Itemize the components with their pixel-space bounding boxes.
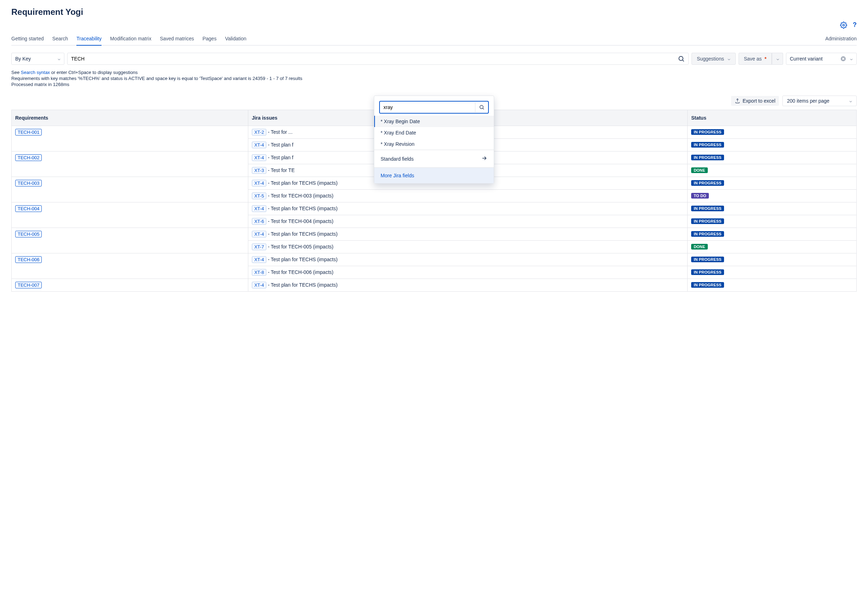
jira-issue-link[interactable]: XT-8 [252,269,266,276]
status-badge: IN PROGRESS [691,218,724,224]
search-icon[interactable] [475,102,488,112]
requirement-cell: TECH-003 [12,177,248,203]
jira-issue-text: - Test for TECH-005 (impacts) [266,244,333,250]
processed-time: Processed matrix in 1268ms [11,82,857,87]
requirement-link[interactable]: TECH-006 [15,256,42,263]
gear-icon[interactable] [840,22,847,29]
jira-issue-link[interactable]: XT-4 [252,231,266,238]
tab-search[interactable]: Search [52,33,68,46]
status-badge: IN PROGRESS [691,155,724,160]
jira-issue-text: - Test plan for TECHS (impacts) [266,206,337,211]
requirement-link[interactable]: TECH-004 [15,205,42,212]
chevron-down-icon [727,57,731,61]
info-text: See Search syntax or enter Ctrl+Space to… [11,70,857,87]
jira-issue-text: - Test plan for TECHS (impacts) [266,180,337,186]
variant-select[interactable]: Current variant [786,53,857,65]
jira-issue-text: - Test for TECH-006 (impacts) [266,269,333,275]
clear-variant-icon[interactable] [841,56,846,61]
administration-link[interactable]: Administration [825,33,857,45]
requirement-link[interactable]: TECH-002 [15,154,42,161]
popover-filter-input[interactable] [380,102,475,113]
jira-issue-link[interactable]: XT-4 [252,256,266,263]
svg-point-0 [843,24,844,26]
help-icon[interactable]: ? [853,21,857,29]
jira-issue-link[interactable]: XT-4 [252,154,266,161]
tab-traceability[interactable]: Traceability [77,33,102,46]
svg-point-1 [679,56,683,61]
table-row: TECH-007XT-4 - Test plan for TECHS (impa… [12,279,857,291]
jira-issue-link[interactable]: XT-4 [252,205,266,212]
jira-issue-link[interactable]: XT-3 [252,167,266,174]
jira-issue-link[interactable]: XT-7 [252,244,266,250]
table-row: TECH-005XT-4 - Test plan for TECHS (impa… [12,228,857,241]
jira-issue-link[interactable]: XT-6 [252,218,266,225]
jira-issue-link[interactable]: XT-4 [252,282,266,288]
jira-issue-link[interactable]: XT-4 [252,180,266,186]
status-badge: DONE [691,167,708,173]
status-badge: TO DO [691,193,709,198]
jira-issue-text: - Test plan f [266,142,293,148]
jira-issue-link[interactable]: XT-5 [252,192,266,199]
status-cell: DONE [688,241,857,253]
chevron-down-icon [849,99,852,103]
status-badge: IN PROGRESS [691,257,724,262]
status-cell: IN PROGRESS [688,215,857,228]
requirement-link[interactable]: TECH-007 [15,282,42,288]
column-header: Requirements [12,110,248,126]
requirement-link[interactable]: TECH-005 [15,231,42,238]
status-cell: IN PROGRESS [688,177,857,190]
requirement-cell: TECH-002 [12,151,248,177]
suggestions-button[interactable]: Suggestions [691,53,736,65]
svg-point-3 [480,105,483,109]
tab-validation[interactable]: Validation [225,33,246,46]
page-size-select[interactable]: 200 items per page [782,96,857,106]
chevron-down-icon [57,57,61,61]
save-as-dropdown[interactable] [772,53,783,65]
status-cell: TO DO [688,190,857,203]
jira-issue-text: - Test for TE [266,167,295,173]
tab-bar: Getting startedSearchTraceabilityModific… [11,33,247,45]
status-cell: IN PROGRESS [688,279,857,291]
tab-saved-matrices[interactable]: Saved matrices [160,33,194,46]
search-icon[interactable] [678,55,685,62]
popover-item[interactable]: * Xray Begin Date [374,116,494,127]
jira-issue-text: - Test for TECH-004 (impacts) [266,218,333,224]
tab-pages[interactable]: Pages [202,33,217,46]
search-mode-select[interactable]: By Key [11,53,64,65]
export-icon [735,98,740,104]
requirement-cell: TECH-005 [12,228,248,253]
query-summary: Requirements with key matches '%TECH%' a… [11,76,857,81]
jira-issue-link[interactable]: XT-2 [252,129,266,136]
jira-issue-text: - Test plan for TECHS (impacts) [266,282,337,288]
popover-more-jira-fields[interactable]: More Jira fields [374,168,494,183]
tab-modification-matrix[interactable]: Modification matrix [110,33,151,46]
status-cell: IN PROGRESS [688,126,857,139]
export-excel-button[interactable]: Export to excel [731,96,779,106]
jira-issue-text: - Test plan for TECHS (impacts) [266,257,337,262]
status-cell: IN PROGRESS [688,266,857,279]
popover-item[interactable]: * Xray End Date [374,127,494,138]
requirement-cell: TECH-007 [12,279,248,291]
jira-issue-cell: XT-8 - Test for TECH-006 (impacts) [248,266,687,279]
save-as-button[interactable]: Save as* [738,53,772,65]
column-fields-popover: * Xray Begin Date* Xray End Date* Xray R… [374,96,494,184]
jira-issue-cell: XT-4 - Test plan for TECHS (impacts) [248,203,687,215]
jira-issue-cell: XT-4 - Test plan for TECHS (impacts) [248,279,687,291]
table-row: TECH-006XT-4 - Test plan for TECHS (impa… [12,253,857,266]
search-syntax-link[interactable]: Search syntax [21,70,50,75]
status-badge: IN PROGRESS [691,269,724,275]
jira-issue-link[interactable]: XT-4 [252,142,266,148]
status-badge: IN PROGRESS [691,129,724,135]
svg-line-4 [483,108,484,109]
popover-standard-fields[interactable]: Standard fields [374,150,494,168]
search-input[interactable] [71,53,678,64]
chevron-down-icon [849,57,853,61]
svg-line-2 [683,60,684,62]
requirement-link[interactable]: TECH-001 [15,129,42,136]
jira-issue-cell: XT-7 - Test for TECH-005 (impacts) [248,241,687,253]
requirement-link[interactable]: TECH-003 [15,180,42,186]
tab-getting-started[interactable]: Getting started [11,33,44,46]
status-cell: IN PROGRESS [688,139,857,151]
jira-issue-cell: XT-4 - Test plan for TECHS (impacts) [248,228,687,241]
popover-item[interactable]: * Xray Revision [374,138,494,150]
